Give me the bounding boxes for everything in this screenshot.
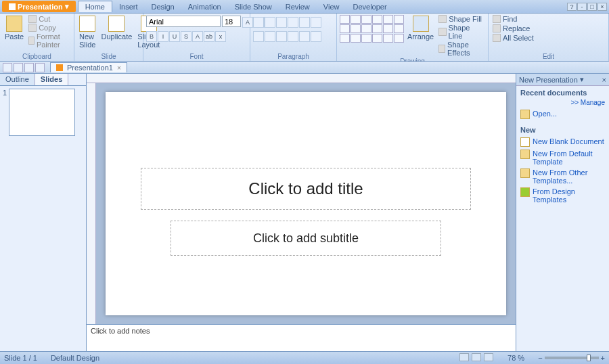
editor-area: Click to add title Click to add subtitle… xyxy=(87,74,516,351)
underline-icon[interactable]: U xyxy=(169,31,180,42)
copy-button[interactable]: Copy xyxy=(27,24,71,32)
document-tab[interactable]: Presentation1 × xyxy=(50,62,127,72)
zoom-slider[interactable]: − + xyxy=(538,354,605,362)
design-templates-link[interactable]: From Design Templates xyxy=(520,186,605,205)
format-painter-button[interactable]: Format Painter xyxy=(27,32,71,49)
group-label: Clipboard xyxy=(3,52,71,61)
status-design: Default Design xyxy=(51,354,99,362)
select-all-button[interactable]: All Select xyxy=(491,34,535,42)
new-slide-button[interactable]: New Slide xyxy=(77,15,97,49)
blank-doc-icon xyxy=(520,137,530,147)
new-slide-icon xyxy=(79,16,95,32)
align-justify-icon[interactable] xyxy=(288,31,298,42)
replace-button[interactable]: Replace xyxy=(491,24,531,32)
zoom-out-icon[interactable]: − xyxy=(538,354,542,362)
shape-fill-button[interactable]: Shape Fill xyxy=(437,15,485,23)
help-icon[interactable]: ? xyxy=(567,3,577,11)
increase-indent-icon[interactable] xyxy=(288,17,298,28)
bullets-icon[interactable] xyxy=(253,17,264,28)
title-placeholder[interactable]: Click to add title xyxy=(141,168,471,210)
recent-header: Recent documents xyxy=(520,89,605,97)
slideshow-view-icon[interactable] xyxy=(484,353,493,361)
slide[interactable]: Click to add title Click to add subtitle xyxy=(106,92,506,315)
text-direction-icon[interactable] xyxy=(311,17,321,28)
font-size-input[interactable] xyxy=(222,16,241,27)
shape-fill-icon xyxy=(438,15,447,23)
zoom-thumb[interactable] xyxy=(587,355,591,361)
tab-animation[interactable]: Animation xyxy=(181,1,228,12)
close-icon[interactable]: × xyxy=(597,3,607,11)
shape-line-button[interactable]: Shape Line xyxy=(437,24,485,40)
outline-tab[interactable]: Outline xyxy=(0,74,35,85)
new-other-template-link[interactable]: New From Other Templates... xyxy=(520,167,605,186)
font-name-input[interactable] xyxy=(146,16,221,27)
shapes-gallery[interactable] xyxy=(340,15,404,43)
highlight-icon[interactable]: ab xyxy=(204,31,215,42)
align-right-icon[interactable] xyxy=(276,31,287,42)
notes-pane[interactable]: Click to add notes xyxy=(87,324,516,351)
cut-button[interactable]: Cut xyxy=(27,15,71,23)
slides-tab[interactable]: Slides xyxy=(35,74,68,85)
line-spacing-icon[interactable] xyxy=(299,17,310,28)
new-blank-link[interactable]: New Blank Document xyxy=(520,136,605,148)
new-default-template-link[interactable]: New From Default Template xyxy=(520,148,605,167)
app-menu-button[interactable]: Presentation ▾ xyxy=(2,1,76,12)
minimize-icon[interactable]: - xyxy=(577,3,587,11)
tab-review[interactable]: Review xyxy=(279,1,317,12)
redo-icon[interactable] xyxy=(24,63,34,72)
select-icon xyxy=(493,34,501,42)
strikethrough-icon[interactable]: S xyxy=(181,31,191,42)
tab-slideshow[interactable]: Slide Show xyxy=(228,1,279,12)
close-taskpane-icon[interactable]: × xyxy=(602,76,606,84)
subtitle-placeholder[interactable]: Click to add subtitle xyxy=(171,221,441,256)
document-tab-bar: Presentation1 × xyxy=(0,62,609,74)
undo-icon[interactable] xyxy=(14,63,23,72)
slide-panel: Outline Slides 1 xyxy=(0,74,87,351)
find-button[interactable]: Find xyxy=(491,15,518,23)
arrange-button[interactable]: Arrange xyxy=(405,15,436,41)
maximize-icon[interactable]: □ xyxy=(587,3,597,11)
arrange-icon xyxy=(413,16,429,32)
menu-bar: Presentation ▾ Home Insert Design Animat… xyxy=(0,0,609,14)
print-icon[interactable] xyxy=(35,63,45,72)
slide-stage[interactable]: Click to add title Click to add subtitle xyxy=(96,83,516,324)
shape-effects-icon xyxy=(438,45,445,53)
paste-button[interactable]: Paste xyxy=(3,15,26,41)
slide-thumbnail[interactable]: 1 xyxy=(3,89,83,136)
tab-view[interactable]: View xyxy=(317,1,346,12)
normal-view-icon[interactable] xyxy=(459,353,469,361)
zoom-in-icon[interactable]: + xyxy=(601,354,605,362)
tab-design[interactable]: Design xyxy=(145,1,181,12)
tab-developer[interactable]: Developer xyxy=(346,1,393,12)
numbering-icon[interactable] xyxy=(265,17,275,28)
open-link[interactable]: Open... xyxy=(520,108,605,120)
bold-icon[interactable]: B xyxy=(146,31,157,42)
group-slide: New Slide Duplicate Slide Layout Slide xyxy=(74,14,143,61)
shape-effects-button[interactable]: Shape Effects xyxy=(437,41,485,57)
close-tab-icon[interactable]: × xyxy=(117,64,121,72)
status-bar: Slide 1 / 1 Default Design 78 % − + xyxy=(0,351,609,364)
sorter-view-icon[interactable] xyxy=(472,353,481,361)
tab-home[interactable]: Home xyxy=(78,1,112,12)
window-controls: ? - □ × xyxy=(567,3,607,11)
subscript-icon[interactable]: x xyxy=(215,31,226,42)
font-color-icon[interactable]: A xyxy=(192,31,203,42)
save-icon[interactable] xyxy=(3,63,12,72)
manage-link[interactable]: >> Manage xyxy=(520,99,605,106)
decrease-indent-icon[interactable] xyxy=(276,17,287,28)
taskpane-dropdown-icon[interactable]: ▾ xyxy=(580,75,584,84)
thumb-preview xyxy=(9,89,75,136)
group-edit: Find Replace All Select Edit xyxy=(489,14,609,61)
align-center-icon[interactable] xyxy=(265,31,275,42)
format-painter-icon xyxy=(28,37,35,45)
italic-icon[interactable]: I xyxy=(158,31,168,42)
duplicate-button[interactable]: Duplicate xyxy=(99,15,134,41)
tab-insert[interactable]: Insert xyxy=(112,1,145,12)
group-label: Font xyxy=(146,52,247,61)
distribute-icon[interactable] xyxy=(299,31,310,42)
align-left-icon[interactable] xyxy=(253,31,264,42)
align-icon[interactable] xyxy=(311,31,321,42)
template-icon xyxy=(520,150,530,159)
status-slide: Slide 1 / 1 xyxy=(4,354,37,362)
zoom-label: 78 % xyxy=(508,354,524,362)
